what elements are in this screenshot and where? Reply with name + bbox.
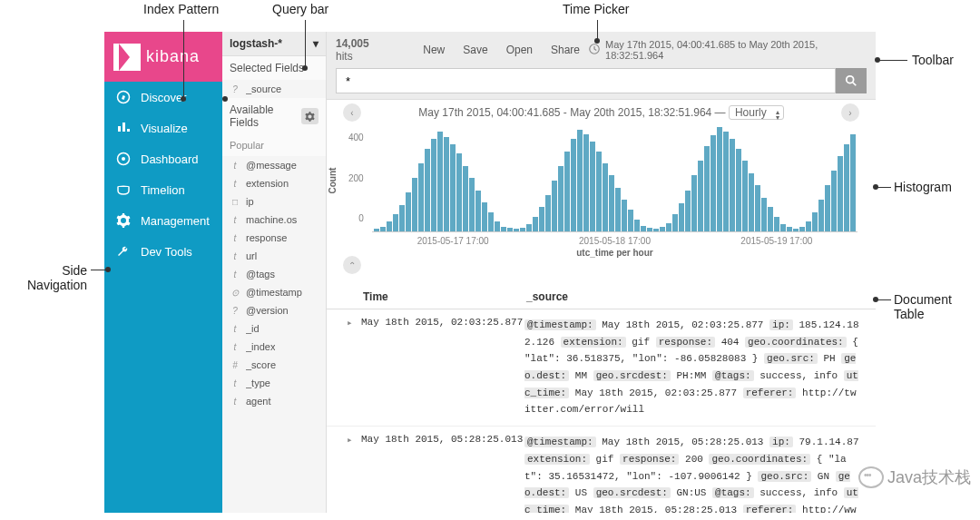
histogram-bar[interactable] (730, 139, 735, 231)
histogram-bar[interactable] (406, 192, 411, 231)
share-button[interactable]: Share (542, 42, 589, 58)
histogram-bar[interactable] (488, 212, 494, 231)
field--message[interactable]: t@message (222, 156, 326, 174)
field--id[interactable]: t_id (222, 319, 326, 338)
histogram-bar[interactable] (615, 188, 621, 231)
histogram-bar[interactable] (507, 228, 513, 231)
histogram-bar[interactable] (660, 227, 665, 231)
histogram-bar[interactable] (603, 163, 608, 231)
histogram-bar[interactable] (475, 191, 481, 231)
time-picker[interactable]: May 17th 2015, 04:00:41.685 to May 20th … (589, 39, 867, 61)
histogram-bar[interactable] (628, 210, 633, 231)
open-button[interactable]: Open (497, 42, 542, 58)
histogram-bar[interactable] (755, 185, 760, 231)
histogram-bar[interactable] (545, 195, 551, 231)
field-settings-button[interactable] (301, 108, 318, 124)
histogram-bar[interactable] (691, 175, 697, 231)
source-column-header[interactable]: _source (526, 290, 859, 303)
field--tags[interactable]: t@tags (222, 265, 326, 283)
field-ip[interactable]: □ip (222, 192, 326, 211)
field-extension[interactable]: textension (222, 174, 326, 192)
field-url[interactable]: turl (222, 247, 326, 265)
histogram-bar[interactable] (437, 132, 443, 231)
new-button[interactable]: New (414, 42, 454, 58)
time-column-header[interactable]: Time (363, 290, 526, 303)
field--score[interactable]: #_score (222, 356, 326, 374)
histogram-bar[interactable] (704, 146, 710, 231)
expand-row-button[interactable]: ▸ (347, 317, 361, 418)
histogram-bar[interactable] (774, 217, 779, 231)
histogram-bar[interactable] (387, 221, 392, 231)
histogram-bar[interactable] (806, 221, 811, 231)
histogram-bar[interactable] (495, 221, 500, 231)
histogram-bar[interactable] (418, 163, 424, 231)
field--timestamp[interactable]: ⊙@timestamp (222, 283, 326, 301)
histogram-bar[interactable] (736, 149, 741, 231)
sidebar-item-management[interactable]: Management (104, 205, 222, 236)
histogram-bar[interactable] (666, 223, 671, 231)
histogram-bar[interactable] (596, 152, 602, 231)
histogram-bar[interactable] (799, 227, 805, 231)
histogram[interactable]: Count 4002000 2015-05-17 17:002015-05-18… (327, 125, 876, 252)
histogram-bar[interactable] (831, 171, 837, 231)
histogram-bar[interactable] (456, 153, 462, 231)
histogram-bar[interactable] (749, 173, 754, 231)
histogram-bar[interactable] (514, 229, 519, 231)
field--version[interactable]: ?@version (222, 301, 326, 319)
histogram-bar[interactable] (412, 178, 417, 231)
histogram-bar[interactable] (590, 142, 595, 231)
histogram-bar[interactable] (425, 149, 430, 231)
histogram-bar[interactable] (825, 185, 830, 231)
histogram-bar[interactable] (679, 203, 684, 231)
histogram-bar[interactable] (850, 134, 856, 231)
search-button[interactable] (836, 68, 867, 93)
histogram-bar[interactable] (685, 191, 691, 231)
field-response[interactable]: tresponse (222, 229, 326, 247)
histogram-bar[interactable] (558, 166, 564, 231)
histogram-bar[interactable] (742, 161, 748, 231)
histogram-bar[interactable] (380, 227, 386, 231)
brand[interactable]: kibana (104, 32, 222, 82)
histogram-bar[interactable] (768, 207, 773, 231)
histogram-bar[interactable] (653, 229, 659, 231)
interval-select[interactable]: Hourly ▴▾ (729, 105, 784, 120)
histogram-bar[interactable] (583, 134, 589, 231)
histogram-bar[interactable] (450, 144, 456, 231)
histogram-prev-button[interactable]: ‹ (343, 103, 361, 122)
histogram-bar[interactable] (634, 220, 640, 231)
sidebar-item-discover[interactable]: Discover (104, 82, 222, 113)
field--source[interactable]: ?_source (222, 80, 326, 98)
save-button[interactable]: Save (454, 42, 496, 58)
histogram-bar[interactable] (577, 130, 583, 231)
field--type[interactable]: t_type (222, 374, 326, 392)
histogram-bar[interactable] (710, 135, 716, 231)
histogram-bar[interactable] (761, 198, 767, 231)
sidebar-item-dev-tools[interactable]: Dev Tools (104, 236, 222, 267)
histogram-bar[interactable] (520, 228, 525, 231)
expand-row-button[interactable]: ▸ (347, 434, 361, 513)
field--index[interactable]: t_index (222, 338, 326, 356)
histogram-bar[interactable] (717, 127, 722, 231)
sidebar-item-timelion[interactable]: Timelion (104, 174, 222, 205)
histogram-bar[interactable] (469, 178, 475, 231)
histogram-bar[interactable] (641, 226, 646, 231)
histogram-bar[interactable] (723, 132, 729, 231)
histogram-next-button[interactable]: › (841, 103, 859, 122)
histogram-bar[interactable] (399, 205, 405, 231)
histogram-bar[interactable] (780, 224, 786, 231)
histogram-bar[interactable] (793, 229, 799, 231)
scroll-up-button[interactable]: ⌃ (343, 256, 361, 274)
histogram-bar[interactable] (444, 137, 449, 231)
histogram-bar[interactable] (647, 228, 652, 231)
index-pattern-selector[interactable]: logstash-* ▾ (222, 32, 326, 56)
histogram-bar[interactable] (698, 161, 703, 231)
histogram-bar[interactable] (844, 144, 849, 231)
histogram-bar[interactable] (374, 229, 379, 231)
histogram-bar[interactable] (533, 217, 538, 231)
histogram-bar[interactable] (622, 200, 627, 231)
query-input[interactable] (336, 68, 836, 93)
histogram-bar[interactable] (501, 227, 506, 231)
field-machine-os[interactable]: tmachine.os (222, 211, 326, 229)
histogram-bar[interactable] (672, 214, 678, 231)
field-agent[interactable]: tagent (222, 392, 326, 410)
